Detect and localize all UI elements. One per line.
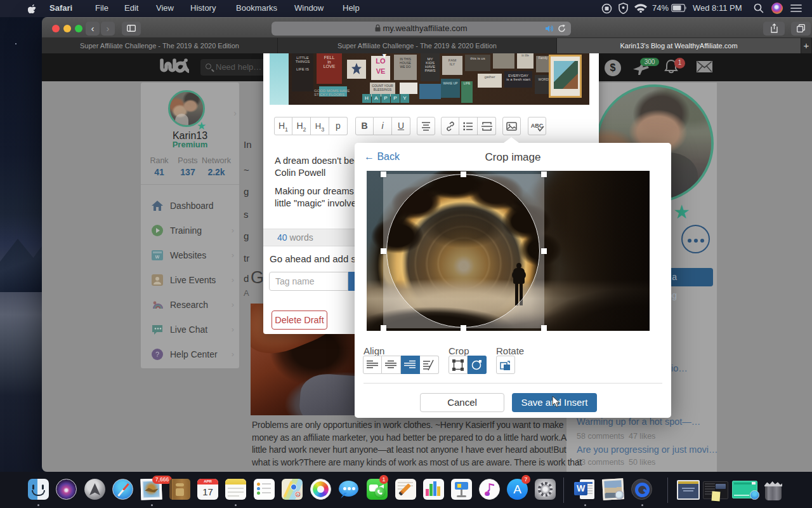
svg-text:?: ? xyxy=(155,351,159,358)
svg-text:w: w xyxy=(155,253,160,260)
